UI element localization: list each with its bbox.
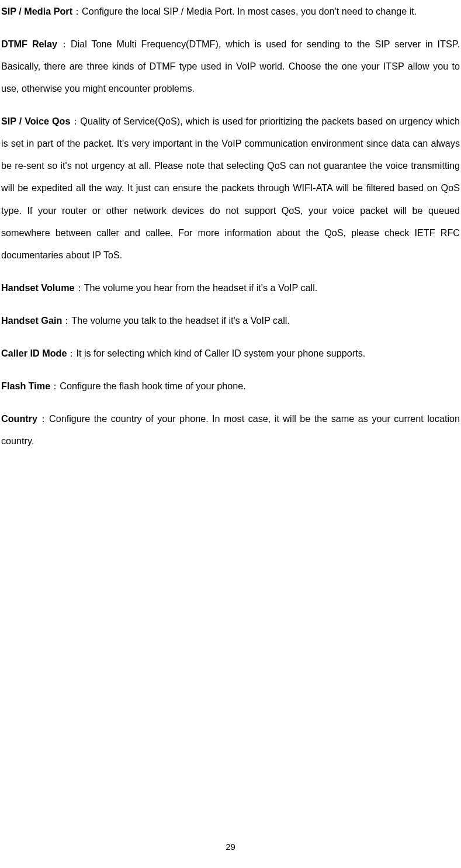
term-label: SIP / Voice Qos	[1, 116, 71, 126]
term-separator: ：	[67, 348, 76, 358]
document-page: SIP / Media Port：Configure the local SIP…	[0, 0, 461, 868]
term-separator: ：	[62, 315, 71, 326]
document-content: SIP / Media Port：Configure the local SIP…	[0, 0, 461, 452]
term-label: DTMF Relay	[1, 39, 57, 49]
page-number: 29	[0, 842, 461, 852]
term-label: Handset Gain	[1, 315, 62, 326]
term-separator: ：	[75, 282, 84, 293]
paragraph-text: The volume you hear from the headset if …	[84, 282, 318, 293]
paragraph-text: It is for selecting which kind of Caller…	[76, 348, 365, 358]
term-separator: ：	[72, 6, 82, 16]
paragraph-sip-media-port: SIP / Media Port：Configure the local SIP…	[1, 0, 460, 22]
term-separator: ：	[50, 381, 60, 391]
paragraph-text: Configure the flash hook time of your ph…	[60, 381, 246, 391]
paragraph-text: Quality of Service(QoS), which is used f…	[1, 116, 460, 260]
term-label: Flash Time	[1, 381, 50, 391]
paragraph-handset-volume: Handset Volume：The volume you hear from …	[1, 276, 460, 299]
term-label: Caller ID Mode	[1, 348, 67, 358]
term-label: Country	[1, 413, 37, 424]
term-label: Handset Volume	[1, 282, 75, 293]
paragraph-caller-id-mode: Caller ID Mode：It is for selecting which…	[1, 342, 460, 364]
term-separator: ：	[57, 39, 71, 49]
paragraph-text: The volume you talk to the headset if it…	[71, 315, 290, 326]
paragraph-flash-time: Flash Time：Configure the flash hook time…	[1, 375, 460, 397]
paragraph-text: Configure the local SIP / Media Port. In…	[82, 6, 417, 16]
paragraph-country: Country：Configure the country of your ph…	[1, 407, 460, 452]
term-separator: ：	[37, 413, 49, 424]
paragraph-dtmf-relay: DTMF Relay：Dial Tone Multi Frequency(DTM…	[1, 33, 460, 99]
paragraph-handset-gain: Handset Gain：The volume you talk to the …	[1, 309, 460, 331]
paragraph-sip-voice-qos: SIP / Voice Qos：Quality of Service(QoS),…	[1, 110, 460, 265]
term-separator: ：	[71, 116, 81, 126]
term-label: SIP / Media Port	[1, 6, 72, 16]
paragraph-text: Configure the country of your phone. In …	[1, 413, 460, 446]
